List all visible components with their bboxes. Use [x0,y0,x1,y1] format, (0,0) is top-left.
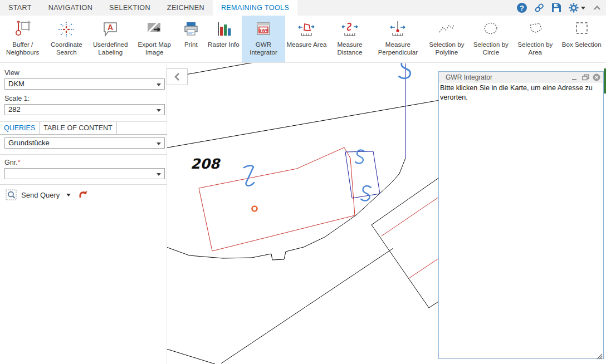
scrollbar-indicator[interactable] [604,68,606,94]
settings-caret-icon [581,7,585,9]
help-icon[interactable]: ? [516,2,527,13]
buffer-neighbours-icon [13,19,32,40]
minimize-icon[interactable] [570,73,579,81]
tool-coordinate-search[interactable]: Coordinate Search [45,16,89,62]
measure-distance-icon [340,19,359,40]
gnr-label: Gnr.* [4,159,21,166]
menu-item-zeichnen[interactable]: ZEICHNEN [159,0,213,16]
sidebar-tabstrip: QUERIES TABLE OF CONTENT [0,121,167,135]
send-query-icon [6,189,17,200]
panel-titlebar[interactable]: GWR Integrator [439,72,603,83]
tool-selection-by-circle[interactable]: Selection by Circle [469,16,513,62]
view-label: View [4,69,19,77]
chevron-down-icon [157,173,161,176]
required-asterisk: * [18,159,21,166]
resize-grip[interactable] [597,352,603,358]
map-point-marker [252,206,257,211]
tool-userdefined-labeling[interactable]: A Userdefined Labeling [89,16,133,62]
tool-selection-by-area[interactable]: Selection by Area [513,16,557,62]
settings-gear-icon[interactable] [568,2,585,13]
menu-item-navigation[interactable]: NAVIGATION [40,0,101,16]
selection-circle-icon [481,19,500,40]
measure-perpendicular-icon [388,19,407,40]
map-s-symbol [361,186,371,200]
send-query-row: Send Query [6,189,90,201]
map-parcel-boundary-sw [167,349,215,364]
chevron-down-icon [157,109,161,112]
tab-table-of-content[interactable]: TABLE OF CONTENT [40,122,116,134]
collapse-ribbon-icon[interactable] [592,2,603,13]
send-query-dropdown-icon[interactable] [66,194,71,196]
measure-area-icon [297,19,316,40]
map-z-symbol [244,166,254,186]
gwr-integrator-panel: GWR Integrator Bitte klicken Sie in die … [438,71,604,359]
view-select[interactable]: DKM [4,78,165,90]
divider [0,154,167,155]
send-query-button[interactable]: Send Query [21,191,60,199]
close-icon[interactable] [592,73,601,81]
gnr-select[interactable] [4,168,165,179]
export-map-image-icon [145,19,164,40]
map-s-symbol [355,150,364,163]
tool-box-selection[interactable]: Box Selection [558,16,606,62]
svg-text:?: ? [520,4,524,12]
divider [0,184,167,185]
panel-message: Bitte klicken Sie in die Karte, um eine … [439,83,603,102]
map-building-208 [199,147,355,251]
tool-selection-by-polyline[interactable]: Selection by Polyline [424,16,468,62]
link-icon[interactable] [534,2,545,13]
sidebar-collapse-button[interactable] [167,68,188,85]
menu-item-selektion[interactable]: SELEKTION [101,0,159,16]
box-selection-icon [572,19,591,40]
sidebar: View DKM Scale 1: 282 QUERIES TABLE OF C… [0,63,167,364]
scale-label: Scale 1: [4,95,30,102]
menu-item-remaining-tools[interactable]: REMAINING TOOLS [213,0,297,16]
save-icon[interactable] [551,2,562,13]
menubar: START NAVIGATION SELEKTION ZEICHNEN REMA… [0,0,606,16]
tool-print[interactable]: Print [177,16,206,62]
tool-gwr-integrator[interactable]: GWR GWR Integrator [242,16,285,62]
map-parcel-number: 208 [190,156,221,172]
raster-info-icon [214,19,233,40]
map-parcel-boundary-south [167,158,405,260]
tool-buffer-neighbours[interactable]: Buffer / Neighbours [1,16,45,62]
tool-export-map-image[interactable]: Export Map Image [132,16,176,62]
panel-title: GWR Integrator [439,73,570,81]
restore-icon[interactable] [581,73,590,81]
tool-raster-info[interactable]: Raster Info [206,16,242,62]
print-icon [182,19,201,40]
map-building2-wall-a [382,197,439,236]
selection-polyline-icon [437,19,456,40]
chevron-down-icon [157,142,161,145]
svg-text:GWR: GWR [258,28,269,33]
userdefined-labeling-icon: A [101,19,120,40]
tab-queries[interactable]: QUERIES [0,122,40,134]
tool-measure-distance[interactable]: Measure Distance [328,16,372,62]
chevron-down-icon [157,83,161,86]
coordinate-search-icon [57,19,76,40]
map-building2-wall-b [409,258,439,278]
tool-measure-perpendicular[interactable]: Measure Perpendicular [372,16,424,62]
scale-select[interactable]: 282 [4,104,165,115]
menu-item-start[interactable]: START [0,0,40,16]
svg-text:A: A [107,23,113,32]
tool-measure-area[interactable]: Measure Area [285,16,329,62]
map-road-edge [221,248,393,363]
map-parcel2-boundary [372,178,438,308]
selection-area-icon [526,19,545,40]
gwr-integrator-icon: GWR [254,19,273,40]
toolbar: Buffer / Neighbours Coordinate Search A … [0,16,606,63]
undo-icon[interactable] [79,190,90,200]
query-select[interactable]: Grundstücke [4,137,165,149]
menubar-icons: ? [516,0,603,16]
chevron-left-icon [173,72,181,81]
